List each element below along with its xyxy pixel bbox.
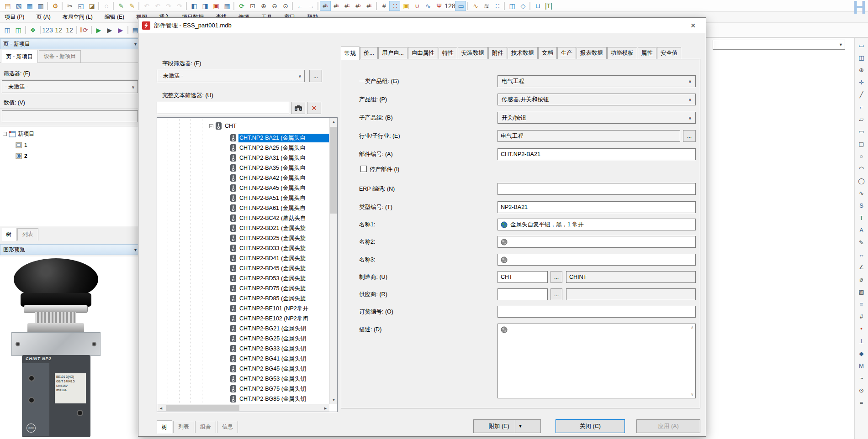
part-tree-item[interactable]: CHT.NP2-BD25 (金属头旋	[157, 234, 329, 243]
toolbar-icon[interactable]	[76, 26, 77, 34]
graphics-tool-icon[interactable]: ▨	[856, 286, 867, 297]
part-tree-item[interactable]: CHT.NP2-BD41 (金属头旋	[157, 254, 329, 263]
graphics-tool-icon[interactable]: •	[856, 323, 867, 334]
scroll-left-icon[interactable]: ◀	[157, 404, 165, 412]
toolbar-icon[interactable]: ◪	[86, 1, 97, 11]
part-tree-item[interactable]: CHT.NP2-BG45 (金属头钥	[157, 364, 329, 373]
scroll-up-icon[interactable]: ∧	[691, 325, 693, 329]
detail-tab[interactable]: 技术数据	[508, 47, 538, 59]
fulltext-filter-input[interactable]	[157, 102, 289, 114]
detail-tab[interactable]: 附件	[488, 47, 507, 59]
detail-tab[interactable]: 文档	[538, 47, 557, 59]
scroll-right-icon[interactable]: ▶	[322, 404, 329, 412]
supplier-browse-button[interactable]: ...	[550, 288, 562, 300]
toolbar-icon[interactable]: ↶	[141, 1, 152, 11]
parts-view-tab[interactable]: 列表	[173, 421, 194, 433]
search-binoculars-icon[interactable]	[291, 102, 305, 114]
value-input[interactable]	[2, 110, 138, 122]
scroll-up-icon[interactable]: ▲	[330, 118, 338, 125]
toolbar-icon[interactable]	[376, 2, 377, 10]
part-tree-item[interactable]: CHT.NP2-BA21 (金属头自	[157, 133, 329, 142]
parts-tree[interactable]: CHT CHT.NP2-BA21 (金属头自 CHT.	[157, 117, 338, 412]
graphics-tool-icon[interactable]: ✛	[856, 77, 867, 88]
close-icon[interactable]: ✕	[684, 19, 702, 32]
detail-tab[interactable]: 报表数据	[577, 47, 607, 59]
toolbar-icon[interactable]	[62, 2, 63, 10]
name2-field[interactable]	[498, 236, 696, 248]
toolbar-icon[interactable]	[467, 2, 468, 10]
toolbar-icon[interactable]: ↷	[163, 1, 174, 11]
toolbar-icon[interactable]: 12	[64, 25, 75, 35]
toolbar-icon[interactable]: ⊕	[258, 1, 269, 11]
scroll-down-icon[interactable]: ∨	[691, 392, 693, 397]
name1-field[interactable]: 金属头自复平钮，黑，1 常开	[498, 219, 696, 230]
part-tree-item[interactable]: CHT.NP2-BD75 (金属头旋	[157, 284, 329, 293]
graphics-tool-icon[interactable]: ◠	[856, 163, 867, 174]
part-tree-item[interactable]: CHT.NP2-BA45 (金属头自	[157, 183, 329, 193]
part-tree-item[interactable]: CHT.NP2-BD53 (金属头旋	[157, 274, 329, 283]
graphics-tool-icon[interactable]: ⌐	[856, 101, 867, 112]
toolbar-icon[interactable]: ▶	[93, 25, 104, 35]
toolbar-icon[interactable]: ▶	[104, 25, 115, 35]
graphics-tool-icon[interactable]: ≡	[856, 298, 867, 309]
manufacturer-code-field[interactable]: CHT	[498, 271, 548, 283]
toolbar-icon[interactable]	[138, 2, 139, 10]
toolbar-icon[interactable]: ∪	[411, 1, 422, 11]
toolbar-icon[interactable]: ◌	[101, 1, 111, 11]
part-tree-item[interactable]: CHT.NP2-BA31 (金属头自	[157, 153, 329, 162]
toolbar-icon[interactable]: →	[305, 1, 316, 11]
toolbar-icon[interactable]: ◱	[75, 1, 86, 11]
part-number-field[interactable]: CHT.NP2-BA21	[498, 148, 696, 160]
detail-tab[interactable]: 用户自...	[378, 47, 408, 59]
parts-view-tab[interactable]: 树	[157, 420, 172, 434]
toolbar-icon[interactable]: ◧	[188, 1, 199, 11]
graphics-tool-icon[interactable]: ╱	[856, 89, 867, 100]
toolbar-icon[interactable]: ▤	[2, 1, 13, 11]
menu-item[interactable]: 布局空间 (L)	[63, 13, 93, 21]
toolbar-icon[interactable]: #	[378, 1, 389, 11]
manufacturer-browse-button[interactable]: ...	[550, 271, 562, 283]
graphics-tool-icon[interactable]: T	[856, 212, 867, 223]
part-tree-item[interactable]: CHT.NP2-BA51 (金属头自	[157, 193, 329, 203]
toolbar-icon[interactable]: #B	[331, 1, 342, 11]
toolbar-icon[interactable]	[504, 2, 505, 10]
type-number-field[interactable]: NP2-BA21	[498, 201, 696, 213]
subgroup-combo[interactable]: 开关/按钮 ∨	[498, 112, 696, 124]
part-tree-item[interactable]: CHT.NP2-BG41 (金属头钥	[157, 354, 329, 363]
supplier-code-field[interactable]	[498, 288, 548, 300]
toolbar-icon[interactable]: ⊙	[280, 1, 291, 11]
part-tree-item[interactable]: CHT.NP2-BE101 (NP2常开	[157, 304, 329, 313]
graphics-tool-icon[interactable]: ◫	[856, 52, 867, 63]
graphics-tool-icon[interactable]: ◯	[856, 175, 867, 186]
toolbar-icon[interactable]: ↶	[152, 1, 163, 11]
part-tree-item[interactable]: CHT.NP2-BD21 (金属头旋	[157, 224, 329, 233]
view-tab[interactable]: 列表	[17, 228, 38, 240]
part-tree-item[interactable]: CHT.NP2-BA61 (金属头自	[157, 204, 329, 213]
toolbar-icon[interactable]	[40, 26, 41, 34]
part-tree-item[interactable]: CHT.NP2-BD33 (金属头旋	[157, 244, 329, 253]
toolbar-icon[interactable]: ▧	[13, 1, 24, 11]
toolbar-icon[interactable]: 12	[53, 25, 64, 35]
toolbar-icon[interactable]	[529, 2, 530, 10]
toolbar-icon[interactable]	[91, 26, 92, 34]
part-tree-item[interactable]: CHT.NP2-BG33 (金属头钥	[157, 344, 329, 353]
detail-tab[interactable]: 自由属性	[408, 47, 438, 59]
discontinued-checkbox[interactable]	[360, 166, 367, 172]
toolbar-icon[interactable]: ⟳	[236, 1, 247, 11]
name3-field[interactable]	[498, 254, 696, 266]
scrollbar-thumb[interactable]	[330, 127, 337, 214]
apply-button[interactable]: 应用 (A)	[636, 419, 700, 433]
graphics-tool-icon[interactable]: ▱	[856, 114, 867, 125]
graphics-tool-icon[interactable]: ⊙	[856, 385, 867, 396]
toolbar-icon[interactable]	[47, 2, 48, 10]
toolbar-icon[interactable]: ◫	[13, 25, 24, 35]
graphics-tool-icon[interactable]: ∠	[856, 261, 867, 272]
detail-tab[interactable]: 功能模板	[607, 47, 637, 59]
toolbar-icon[interactable]: #C	[342, 1, 353, 11]
menu-item[interactable]: 项目 (P)	[5, 13, 24, 21]
toolbar-icon[interactable]: ❖	[27, 25, 38, 35]
toolbar-icon[interactable]: ✂	[64, 1, 75, 11]
part-tree-item[interactable]: CHT.NP2-BC42 (蘑菇头自	[157, 214, 329, 223]
toolbar-icon[interactable]: ▦	[221, 1, 232, 11]
close-button[interactable]: 关闭 (C)	[556, 419, 625, 433]
